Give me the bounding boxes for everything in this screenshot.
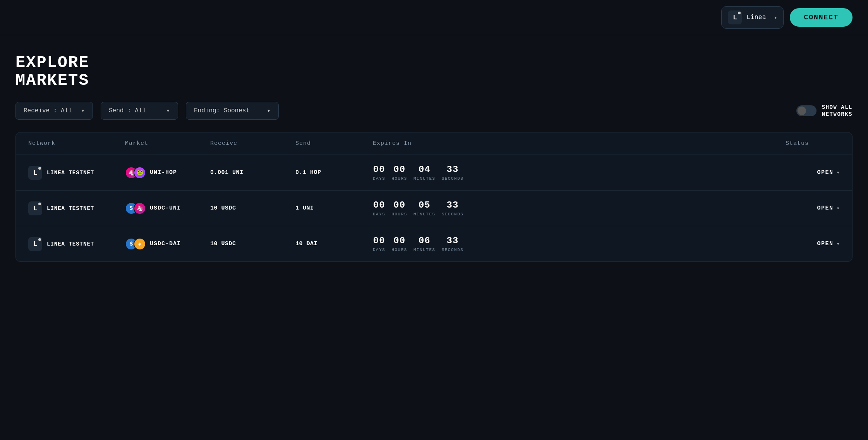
send-filter[interactable]: Send : All ▾ — [101, 102, 178, 120]
days-label-3: DAYS — [373, 248, 385, 252]
sort-filter[interactable]: Ending: Soonest ▾ — [186, 102, 279, 120]
receive-amount-1: 0.001 UNI — [210, 169, 295, 176]
network-cell-2: L LINEA TESTNET — [28, 201, 125, 215]
status-label-2: OPEN — [817, 205, 834, 211]
seconds-block-2: 33 SECONDS — [442, 200, 464, 217]
col-expires: Expires In — [373, 140, 786, 147]
hours-label-3: HOURS — [391, 248, 407, 252]
hours-value-1: 00 — [393, 164, 405, 175]
toggle-label: SHOW ALL NETWORKS — [822, 104, 853, 118]
col-status: Status — [786, 140, 840, 147]
seconds-label-3: SECONDS — [442, 248, 464, 252]
minutes-label-2: MINUTES — [413, 212, 436, 217]
market-cell-2: $ 🦄 USDC-UNI — [125, 202, 210, 215]
token-icons-3: $ ◈ — [125, 238, 146, 250]
minutes-value-2: 05 — [419, 200, 431, 210]
market-label-1: UNI-HOP — [150, 169, 177, 176]
status-chevron-icon-2: ▾ — [837, 205, 840, 211]
main-content: EXPLORE MARKETS Receive : All ▾ Send : A… — [0, 35, 868, 277]
market-label-3: USDC-DAI — [150, 241, 181, 247]
token-dai-icon: ◈ — [134, 238, 146, 250]
hours-value-3: 00 — [393, 235, 405, 246]
minutes-value-3: 06 — [419, 235, 431, 246]
minutes-block-2: 05 MINUTES — [413, 200, 436, 217]
seconds-value-1: 33 — [447, 164, 459, 175]
hours-block-3: 00 HOURS — [391, 235, 407, 252]
send-filter-label: Send : All — [109, 107, 146, 114]
minutes-block-1: 04 MINUTES — [413, 164, 436, 181]
network-chevron-icon: ▾ — [774, 14, 777, 21]
minutes-label-3: MINUTES — [413, 248, 436, 252]
table-header: Network Market Receive Send Expires In S… — [16, 132, 852, 155]
receive-filter[interactable]: Receive : All ▾ — [15, 102, 93, 120]
sort-filter-label: Ending: Soonest — [194, 107, 250, 114]
minutes-label-1: MINUTES — [413, 176, 436, 181]
days-value-3: 00 — [373, 235, 385, 246]
market-cell-3: $ ◈ USDC-DAI — [125, 238, 210, 250]
table-row[interactable]: L LINEA TESTNET $ 🦄 USDC-UNI 10 USDC 1 U… — [16, 191, 852, 226]
expires-cell-3: 00 DAYS 00 HOURS 06 MINUTES 33 SECONDS — [373, 235, 786, 252]
minutes-value-1: 04 — [419, 164, 431, 175]
market-cell-1: 🦄 🐸 UNI-HOP — [125, 167, 210, 179]
connect-button[interactable]: CONNECT — [790, 8, 853, 27]
page-title: EXPLORE MARKETS — [15, 54, 853, 89]
linea-testnet-icon-3: L — [28, 237, 42, 251]
token-icons-1: 🦄 🐸 — [125, 167, 146, 179]
table-row[interactable]: L LINEA TESTNET $ ◈ USDC-DAI 10 USDC 10 … — [16, 226, 852, 261]
hours-label-2: HOURS — [391, 212, 407, 217]
network-cell-1: L LINEA TESTNET — [28, 166, 125, 180]
send-chevron-icon: ▾ — [166, 107, 170, 115]
days-value-2: 00 — [373, 200, 385, 210]
token-icons-2: $ 🦄 — [125, 202, 146, 215]
markets-table: Network Market Receive Send Expires In S… — [15, 132, 853, 262]
filters-row: Receive : All ▾ Send : All ▾ Ending: Soo… — [15, 102, 853, 120]
hours-block-2: 00 HOURS — [391, 200, 407, 217]
market-label-2: USDC-UNI — [150, 205, 181, 211]
linea-testnet-icon-1: L — [28, 166, 42, 180]
days-label-2: DAYS — [373, 212, 385, 217]
network-name-label: Linea — [746, 14, 766, 21]
days-value-1: 00 — [373, 164, 385, 175]
days-label-1: DAYS — [373, 176, 385, 181]
expires-cell-1: 00 DAYS 00 HOURS 04 MINUTES 33 SECONDS — [373, 164, 786, 181]
status-chevron-icon-1: ▾ — [837, 169, 840, 176]
col-send: Send — [295, 140, 373, 147]
header: L Linea ▾ CONNECT — [0, 0, 868, 35]
minutes-block-3: 06 MINUTES — [413, 235, 436, 252]
status-cell-3[interactable]: OPEN ▾ — [786, 241, 840, 247]
network-name-3: LINEA TESTNET — [47, 241, 94, 247]
network-name-2: LINEA TESTNET — [47, 205, 94, 211]
col-network: Network — [28, 140, 125, 147]
receive-amount-3: 10 USDC — [210, 241, 295, 247]
table-row[interactable]: L LINEA TESTNET 🦄 🐸 UNI-HOP 0.001 UNI 0.… — [16, 155, 852, 191]
network-name-1: LINEA TESTNET — [47, 170, 94, 176]
send-amount-1: 0.1 HOP — [295, 169, 373, 176]
hours-block-1: 00 HOURS — [391, 164, 407, 181]
days-block-3: 00 DAYS — [373, 235, 385, 252]
token-hop-icon: 🐸 — [134, 167, 146, 179]
receive-chevron-icon: ▾ — [81, 107, 85, 115]
receive-filter-label: Receive : All — [24, 107, 72, 114]
hours-value-2: 00 — [393, 200, 405, 210]
seconds-value-2: 33 — [447, 200, 459, 210]
days-block-2: 00 DAYS — [373, 200, 385, 217]
token-uni-icon-2: 🦄 — [134, 202, 146, 215]
seconds-value-3: 33 — [447, 235, 459, 246]
col-market: Market — [125, 140, 210, 147]
network-cell-3: L LINEA TESTNET — [28, 237, 125, 251]
status-label-1: OPEN — [817, 169, 834, 176]
hours-label-1: HOURS — [391, 176, 407, 181]
status-cell-2[interactable]: OPEN ▾ — [786, 205, 840, 211]
days-block-1: 00 DAYS — [373, 164, 385, 181]
seconds-label-1: SECONDS — [442, 176, 464, 181]
network-selector[interactable]: L Linea ▾ — [721, 6, 784, 29]
seconds-label-2: SECONDS — [442, 212, 464, 217]
toggle-knob — [798, 107, 806, 115]
status-cell-1[interactable]: OPEN ▾ — [786, 169, 840, 176]
show-all-networks-toggle[interactable] — [796, 105, 817, 116]
show-all-networks-toggle-container: SHOW ALL NETWORKS — [796, 104, 853, 118]
seconds-block-1: 33 SECONDS — [442, 164, 464, 181]
receive-amount-2: 10 USDC — [210, 205, 295, 211]
status-chevron-icon-3: ▾ — [837, 241, 840, 247]
linea-logo: L — [728, 10, 742, 24]
